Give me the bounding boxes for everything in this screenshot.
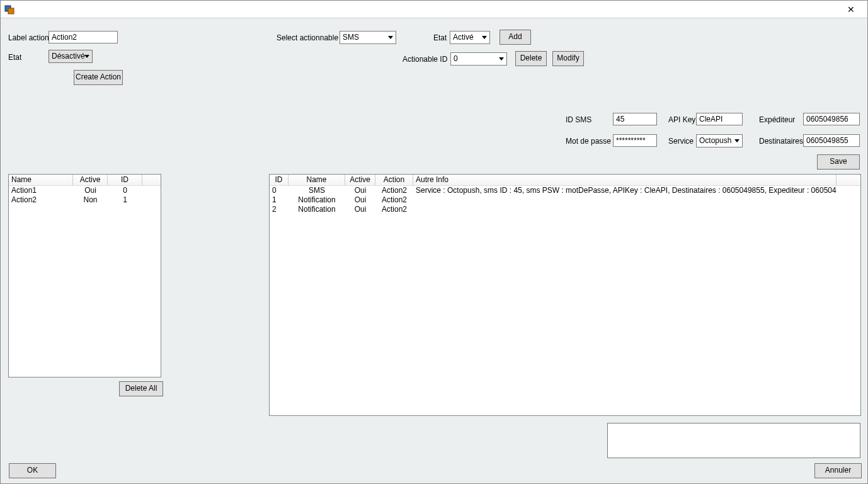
destinataires-input[interactable]: 0605049855 [803, 134, 860, 147]
delete-all-button[interactable]: Delete All [119, 381, 163, 396]
service-combo[interactable]: Octopush [696, 134, 743, 147]
close-button[interactable]: ✕ [838, 2, 864, 17]
actionables-col-info[interactable]: Autre Info [413, 175, 837, 185]
list-item[interactable]: Action1 Oui 0 [9, 186, 161, 195]
destinataires-label: Destinataires [759, 137, 803, 146]
actions-listview-body: Action1 Oui 0 Action2 Non 1 [9, 186, 161, 205]
svg-rect-1 [8, 8, 14, 14]
api-key-input[interactable]: CleAPI [696, 113, 743, 125]
ok-button[interactable]: OK [9, 463, 56, 478]
create-action-button[interactable]: Create Action [74, 70, 123, 85]
actions-listview-header: Name Active ID [9, 175, 161, 186]
actionables-col-name[interactable]: Name [288, 175, 345, 185]
mot-de-passe-input[interactable]: ********** [613, 134, 657, 147]
actionables-listview-header: ID Name Active Action Autre Info [270, 175, 860, 186]
add-button[interactable]: Add [500, 30, 531, 45]
actionables-col-active[interactable]: Active [345, 175, 375, 185]
actions-col-id[interactable]: ID [108, 175, 142, 185]
etat-right-label: Etat [433, 33, 447, 42]
actionables-col-id[interactable]: ID [270, 175, 288, 185]
actionable-id-label: Actionable ID [403, 55, 447, 64]
label-action-label: Label action [8, 33, 49, 42]
actions-col-active[interactable]: Active [73, 175, 108, 185]
main-window: ✕ Label action Action2 Etat Désactivé Cr… [0, 0, 868, 484]
titlebar: ✕ [1, 1, 867, 18]
actionable-id-combo[interactable]: 0 [450, 52, 507, 66]
delete-button[interactable]: Delete [515, 51, 547, 66]
api-key-label: API Key [668, 115, 695, 124]
actions-col-empty [142, 175, 161, 185]
select-actionnable-label: Select actionnable [277, 33, 338, 42]
etat-right-combo[interactable]: Activé [450, 31, 490, 44]
list-item[interactable]: 2 Notification Oui Action2 [270, 205, 860, 214]
select-actionnable-combo[interactable]: SMS [340, 31, 396, 44]
actions-col-name[interactable]: Name [9, 175, 73, 185]
app-icon [4, 4, 14, 14]
etat-left-combo[interactable]: Désactivé [49, 50, 93, 63]
actionables-listview[interactable]: ID Name Active Action Autre Info 0 SMS O… [269, 174, 861, 416]
save-button[interactable]: Save [817, 154, 860, 170]
label-action-input[interactable]: Action2 [49, 31, 118, 43]
notes-textarea[interactable] [607, 423, 860, 458]
id-sms-label: ID SMS [566, 115, 591, 124]
actionables-col-empty [837, 175, 860, 185]
actionables-col-action[interactable]: Action [375, 175, 413, 185]
list-item[interactable]: 1 Notification Oui Action2 [270, 195, 860, 205]
content-area: Label action Action2 Etat Désactivé Crea… [1, 18, 867, 483]
actions-listview[interactable]: Name Active ID Action1 Oui 0 Action2 Non… [8, 174, 161, 377]
expediteur-label: Expéditeur [759, 115, 795, 124]
etat-left-label: Etat [8, 53, 21, 62]
list-item[interactable]: 0 SMS Oui Action2 Service : Octopush, sm… [270, 186, 860, 195]
service-label: Service [668, 137, 694, 146]
id-sms-input[interactable]: 45 [613, 113, 657, 125]
mot-de-passe-label: Mot de passe [566, 137, 611, 146]
modify-button[interactable]: Modify [552, 51, 584, 66]
expediteur-input[interactable]: 0605049856 [803, 113, 860, 125]
list-item[interactable]: Action2 Non 1 [9, 195, 161, 205]
annuler-button[interactable]: Annuler [814, 463, 862, 478]
actionables-listview-body: 0 SMS Oui Action2 Service : Octopush, sm… [270, 186, 860, 214]
